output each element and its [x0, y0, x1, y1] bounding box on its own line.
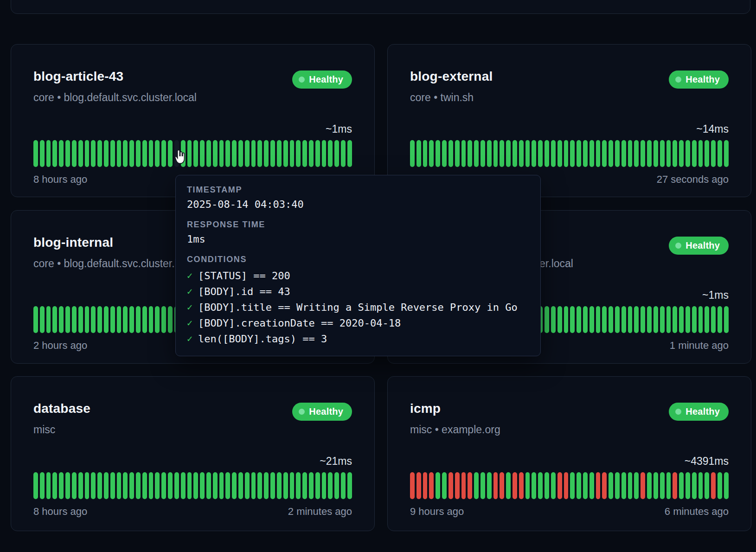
uptime-bar[interactable] — [577, 306, 581, 333]
uptime-bar[interactable] — [609, 472, 613, 499]
uptime-bar[interactable] — [232, 140, 237, 167]
uptime-bar[interactable] — [225, 140, 230, 167]
uptime-bar[interactable] — [238, 472, 243, 499]
uptime-bar[interactable] — [110, 472, 115, 499]
uptime-bar[interactable] — [724, 306, 729, 333]
uptime-bar[interactable] — [110, 306, 115, 333]
uptime-bar[interactable] — [91, 472, 96, 499]
uptime-bar[interactable] — [290, 140, 295, 167]
uptime-bar[interactable] — [666, 306, 671, 333]
uptime-bar[interactable] — [309, 472, 314, 499]
uptime-bar[interactable] — [698, 472, 703, 499]
uptime-bar[interactable] — [583, 140, 588, 167]
uptime-bar[interactable] — [634, 472, 639, 499]
uptime-bars[interactable] — [410, 472, 729, 499]
uptime-bar[interactable] — [97, 306, 102, 333]
uptime-bars[interactable] — [33, 472, 352, 499]
uptime-bar[interactable] — [468, 140, 472, 167]
uptime-bar[interactable] — [506, 140, 511, 167]
uptime-bar[interactable] — [123, 140, 128, 167]
uptime-bar[interactable] — [309, 140, 314, 167]
uptime-bar[interactable] — [416, 140, 421, 167]
uptime-bar[interactable] — [455, 140, 460, 167]
uptime-bar[interactable] — [718, 306, 722, 333]
uptime-bar[interactable] — [423, 140, 428, 167]
uptime-bar[interactable] — [123, 472, 128, 499]
uptime-bar[interactable] — [666, 472, 671, 499]
uptime-bar[interactable] — [718, 140, 722, 167]
uptime-bar[interactable] — [481, 472, 485, 499]
uptime-bar[interactable] — [570, 472, 575, 499]
uptime-bar[interactable] — [65, 140, 70, 167]
uptime-bar[interactable] — [72, 472, 77, 499]
uptime-bar[interactable] — [46, 140, 51, 167]
uptime-bar[interactable] — [609, 306, 613, 333]
uptime-bar[interactable] — [666, 140, 671, 167]
uptime-bar[interactable] — [341, 472, 346, 499]
uptime-bar[interactable] — [711, 472, 716, 499]
uptime-bar[interactable] — [615, 472, 620, 499]
uptime-bar[interactable] — [283, 472, 288, 499]
uptime-bar[interactable] — [557, 140, 562, 167]
uptime-bar[interactable] — [724, 472, 729, 499]
uptime-bar[interactable] — [442, 472, 447, 499]
uptime-bar[interactable] — [193, 140, 198, 167]
uptime-bar[interactable] — [161, 472, 166, 499]
uptime-bar[interactable] — [660, 140, 665, 167]
uptime-bar[interactable] — [500, 140, 504, 167]
uptime-bar[interactable] — [72, 306, 77, 333]
service-card[interactable]: blog-article-43 core • blog.default.svc.… — [11, 44, 375, 197]
uptime-bar[interactable] — [174, 472, 179, 499]
uptime-bar[interactable] — [283, 140, 288, 167]
uptime-bar[interactable] — [474, 140, 479, 167]
uptime-bar[interactable] — [225, 472, 230, 499]
uptime-bar[interactable] — [277, 472, 282, 499]
uptime-bar[interactable] — [621, 140, 626, 167]
uptime-bar[interactable] — [577, 140, 581, 167]
uptime-bar[interactable] — [328, 472, 333, 499]
uptime-bar[interactable] — [161, 140, 166, 167]
uptime-bar[interactable] — [602, 306, 607, 333]
uptime-bar[interactable] — [104, 140, 109, 167]
uptime-bar[interactable] — [129, 306, 134, 333]
uptime-bar[interactable] — [436, 472, 440, 499]
uptime-bar[interactable] — [538, 472, 543, 499]
uptime-bar[interactable] — [641, 306, 645, 333]
uptime-bar[interactable] — [628, 472, 633, 499]
uptime-bar[interactable] — [123, 306, 128, 333]
uptime-bar[interactable] — [481, 140, 485, 167]
uptime-bar[interactable] — [59, 472, 64, 499]
uptime-bar[interactable] — [238, 140, 243, 167]
uptime-bar[interactable] — [705, 472, 709, 499]
uptime-bar[interactable] — [487, 140, 492, 167]
uptime-bar[interactable] — [251, 140, 256, 167]
uptime-bar[interactable] — [519, 472, 524, 499]
uptime-bar[interactable] — [33, 140, 38, 167]
uptime-bar[interactable] — [200, 472, 205, 499]
uptime-bar[interactable] — [423, 472, 428, 499]
uptime-bar[interactable] — [193, 472, 198, 499]
uptime-bar[interactable] — [187, 140, 192, 167]
uptime-bar[interactable] — [334, 472, 339, 499]
uptime-bar[interactable] — [545, 306, 549, 333]
uptime-bar[interactable] — [493, 472, 498, 499]
uptime-bar[interactable] — [322, 140, 327, 167]
uptime-bar[interactable] — [564, 140, 569, 167]
uptime-bar[interactable] — [442, 140, 447, 167]
uptime-bar[interactable] — [104, 306, 109, 333]
uptime-bar[interactable] — [59, 140, 64, 167]
uptime-bar[interactable] — [85, 306, 90, 333]
uptime-bar[interactable] — [296, 472, 301, 499]
uptime-bar[interactable] — [290, 472, 295, 499]
uptime-bar[interactable] — [168, 140, 173, 167]
uptime-bar[interactable] — [302, 140, 307, 167]
uptime-bar[interactable] — [615, 306, 620, 333]
uptime-bar[interactable] — [347, 472, 352, 499]
uptime-bar[interactable] — [487, 472, 492, 499]
uptime-bar[interactable] — [85, 472, 90, 499]
uptime-bar[interactable] — [347, 140, 352, 167]
uptime-bar[interactable] — [270, 472, 275, 499]
uptime-bar[interactable] — [219, 140, 224, 167]
uptime-bar[interactable] — [410, 140, 415, 167]
uptime-bar[interactable] — [711, 140, 716, 167]
